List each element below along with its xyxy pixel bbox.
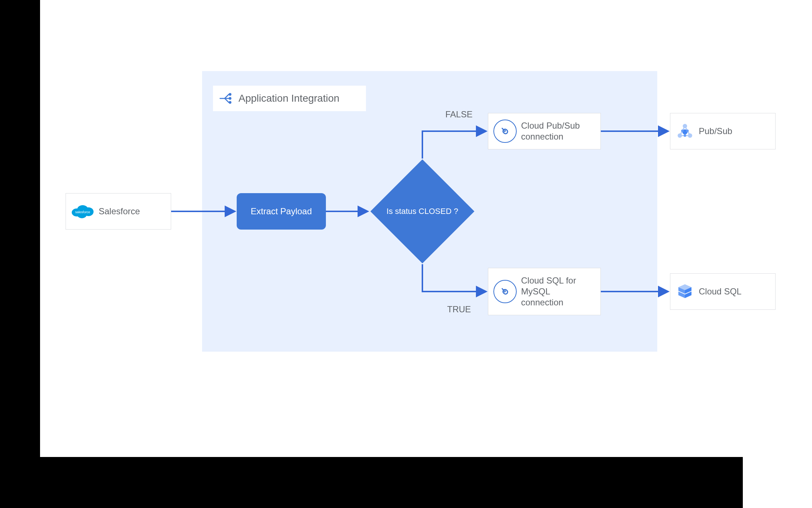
edge-label-false: FALSE: [445, 109, 473, 120]
node-pubsub: Pub/Sub: [670, 113, 776, 149]
pubsub-conn-label: Cloud Pub/Sub connection: [521, 120, 594, 142]
svg-text:salesforce: salesforce: [75, 210, 90, 214]
node-salesforce: salesforce Salesforce: [66, 193, 171, 230]
decision-label: Is status CLOSED ?: [382, 207, 462, 216]
extract-label: Extract Payload: [251, 206, 312, 216]
pubsub-label: Pub/Sub: [699, 126, 732, 137]
cloudsql-icon: [675, 282, 694, 301]
integration-icon: [217, 90, 233, 106]
integration-title: Application Integration: [239, 93, 339, 104]
svg-point-21: [681, 130, 684, 132]
mysql-conn-label: Cloud SQL for MySQL connection: [521, 275, 594, 308]
svg-point-1: [229, 97, 231, 99]
salesforce-icon: salesforce: [71, 203, 94, 220]
svg-point-22: [686, 130, 689, 132]
diagram-canvas: Application Integration salesforce Sales…: [40, 0, 812, 457]
cloudsql-label: Cloud SQL: [699, 286, 741, 297]
node-pubsub-connection: Cloud Pub/Sub connection: [488, 113, 601, 149]
black-border-bottom: [0, 457, 743, 508]
node-mysql-connection: Cloud SQL for MySQL connection: [488, 268, 601, 315]
integration-title-box: Application Integration: [213, 86, 366, 111]
svg-point-0: [229, 93, 231, 95]
connector-icon: [493, 280, 517, 303]
connector-icon: [493, 120, 517, 143]
black-border-left: [0, 0, 40, 457]
edge-label-true: TRUE: [447, 304, 471, 314]
svg-point-2: [229, 101, 231, 103]
svg-point-23: [684, 134, 686, 137]
salesforce-label: Salesforce: [99, 206, 140, 217]
node-extract-payload: Extract Payload: [237, 193, 326, 230]
node-cloudsql: Cloud SQL: [670, 273, 776, 310]
pubsub-icon: [675, 122, 694, 141]
